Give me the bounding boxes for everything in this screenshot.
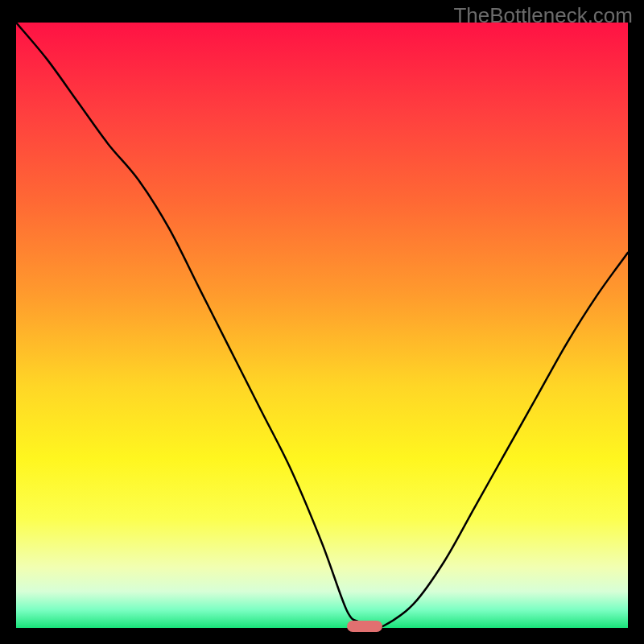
chart-frame: TheBottleneck.com [0,0,644,644]
plot-area [16,23,628,628]
gradient-background [16,23,628,628]
optimal-point-marker [347,621,382,632]
gradient-plot-svg [16,23,628,628]
watermark-text: TheBottleneck.com [453,3,633,28]
